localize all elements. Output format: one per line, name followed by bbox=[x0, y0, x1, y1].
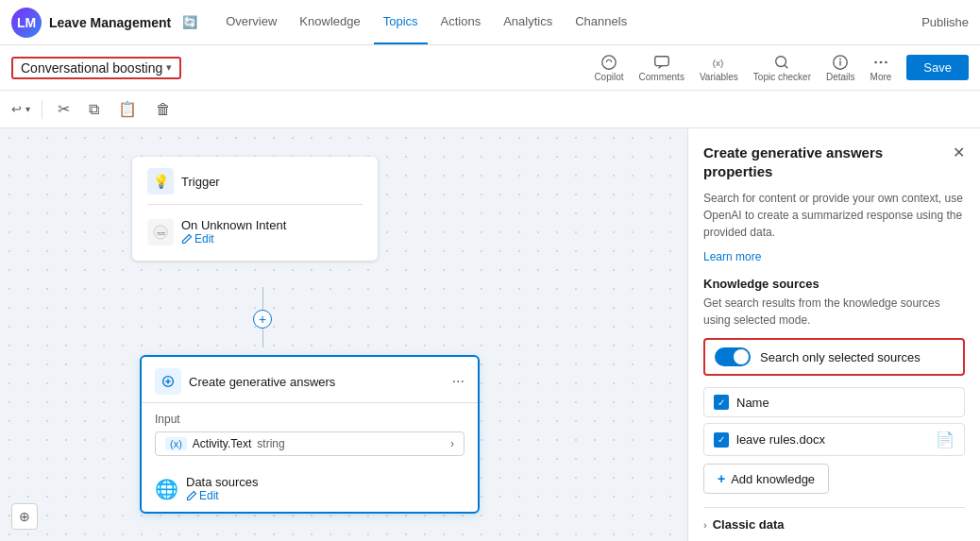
svg-point-7 bbox=[874, 60, 877, 63]
nav-analytics[interactable]: Analytics bbox=[494, 1, 562, 44]
nav-links: Overview Knowledge Topics Actions Analyt… bbox=[216, 1, 636, 44]
unknown-intent-icon: ≈≈ bbox=[147, 219, 174, 245]
panel-description: Search for content or provide your own c… bbox=[703, 190, 965, 241]
trigger-header: 💡 Trigger bbox=[147, 168, 363, 194]
paste-icon[interactable]: 📋 bbox=[114, 98, 141, 120]
learn-more-link[interactable]: Learn more bbox=[703, 250, 965, 263]
nav-overview[interactable]: Overview bbox=[216, 1, 286, 44]
search-only-toggle[interactable] bbox=[715, 347, 751, 366]
main-area: 💡 Trigger ≈≈ On Unknown Intent Edit bbox=[0, 128, 980, 541]
unknown-intent-item: ≈≈ On Unknown Intent Edit bbox=[147, 214, 363, 249]
input-type: string bbox=[257, 437, 284, 450]
classic-data-section: › Classic data Allow the AI to use its o… bbox=[703, 507, 965, 541]
toolbar: Conversational boosting ▾ Copilot Commen… bbox=[0, 45, 980, 91]
svg-point-8 bbox=[880, 60, 883, 63]
zoom-control[interactable]: ⊕ bbox=[11, 503, 38, 530]
svg-point-9 bbox=[885, 60, 887, 63]
panel-title: Create generative answers properties bbox=[703, 144, 953, 180]
globe-icon: 🌐 bbox=[155, 478, 178, 500]
connector-line-bottom bbox=[262, 329, 263, 347]
cut-icon[interactable]: ✂ bbox=[54, 98, 74, 120]
comments-label: Comments bbox=[639, 72, 684, 82]
nav-topics[interactable]: Topics bbox=[374, 1, 428, 44]
comments-button[interactable]: Comments bbox=[639, 54, 684, 82]
toggle-knob bbox=[734, 349, 749, 364]
name-label: Name bbox=[736, 396, 955, 410]
search-only-toggle-row: Search only selected sources bbox=[703, 338, 965, 376]
create-node-title: Create generative answers bbox=[189, 375, 445, 389]
right-panel: Create generative answers properties ✕ S… bbox=[687, 128, 980, 541]
svg-point-6 bbox=[839, 58, 841, 59]
undo-icon[interactable]: ↩ bbox=[11, 102, 22, 116]
undo-redo[interactable]: ↩ ▾ bbox=[11, 102, 30, 116]
knowledge-file-row[interactable]: ✓ leave rules.docx 📄 bbox=[703, 423, 965, 456]
file-label: leave rules.docx bbox=[736, 432, 928, 447]
create-node-icon bbox=[155, 368, 181, 395]
topic-title: Conversational boosting bbox=[21, 60, 162, 76]
topic-title-box[interactable]: Conversational boosting ▾ bbox=[11, 57, 181, 79]
knowledge-sources-desc: Get search results from the knowledge so… bbox=[703, 295, 965, 329]
nav-channels[interactable]: Channels bbox=[566, 1, 636, 44]
svg-point-0 bbox=[602, 55, 616, 68]
input-text: Activity.Text bbox=[193, 437, 251, 450]
classic-data-header[interactable]: › Classic data bbox=[703, 517, 965, 532]
trigger-node: 💡 Trigger ≈≈ On Unknown Intent Edit bbox=[132, 157, 378, 261]
copy-icon[interactable]: ⧉ bbox=[85, 99, 103, 120]
redo-dropdown-icon[interactable]: ▾ bbox=[25, 104, 30, 114]
trigger-edit-link[interactable]: Edit bbox=[181, 232, 286, 245]
classic-chevron-icon: › bbox=[703, 519, 707, 531]
create-node-body: Input (x) Activity.Text string › bbox=[142, 403, 478, 465]
add-node-button[interactable]: + bbox=[253, 310, 272, 329]
edit-toolbar: ↩ ▾ ✂ ⧉ 📋 🗑 bbox=[0, 91, 980, 128]
name-checkbox[interactable]: ✓ bbox=[714, 395, 729, 410]
node-divider bbox=[147, 204, 363, 205]
publish-label[interactable]: Publishe bbox=[921, 15, 969, 29]
add-knowledge-button[interactable]: + Add knowledge bbox=[703, 464, 829, 494]
variables-label: Variables bbox=[700, 72, 738, 82]
topic-checker-label: Topic checker bbox=[753, 72, 811, 82]
create-node-more[interactable]: ··· bbox=[452, 373, 465, 390]
details-label: Details bbox=[826, 72, 855, 82]
connector-line-top bbox=[262, 287, 263, 310]
trigger-icon: 💡 bbox=[147, 168, 174, 194]
toolbar-right: Copilot Comments (x) Variables Topic che… bbox=[594, 54, 969, 82]
create-node-header: Create generative answers ··· bbox=[142, 357, 478, 403]
unknown-intent-label: On Unknown Intent bbox=[181, 218, 286, 232]
svg-rect-1 bbox=[655, 56, 668, 65]
details-button[interactable]: Details bbox=[826, 54, 855, 82]
app-icon: LM bbox=[11, 8, 42, 38]
top-nav: LM Leave Management 🔄 Overview Knowledge… bbox=[0, 0, 980, 45]
canvas[interactable]: 💡 Trigger ≈≈ On Unknown Intent Edit bbox=[0, 128, 687, 541]
classic-data-title: Classic data bbox=[713, 517, 785, 532]
data-sources-edit-link[interactable]: Edit bbox=[186, 489, 259, 502]
delete-icon[interactable]: 🗑 bbox=[152, 99, 175, 120]
panel-close-button[interactable]: ✕ bbox=[953, 144, 965, 161]
knowledge-name-row[interactable]: ✓ Name bbox=[703, 387, 965, 417]
more-button[interactable]: More bbox=[870, 54, 892, 82]
panel-header: Create generative answers properties ✕ bbox=[703, 144, 965, 180]
svg-text:(x): (x) bbox=[713, 57, 724, 67]
topic-checker-button[interactable]: Topic checker bbox=[753, 54, 811, 82]
topic-title-area: Conversational boosting ▾ bbox=[11, 57, 181, 79]
pill-arrow-icon: › bbox=[450, 437, 454, 450]
save-button[interactable]: Save bbox=[906, 55, 969, 80]
create-generative-answers-node: Create generative answers ··· Input (x) … bbox=[140, 355, 480, 514]
svg-text:≈≈: ≈≈ bbox=[157, 228, 165, 237]
copilot-button[interactable]: Copilot bbox=[594, 54, 623, 82]
toolbar-icon-group: Copilot Comments (x) Variables Topic che… bbox=[594, 54, 891, 82]
chevron-down-icon[interactable]: ▾ bbox=[166, 61, 172, 74]
variables-button[interactable]: (x) Variables bbox=[700, 54, 738, 82]
knowledge-sources-title: Knowledge sources bbox=[703, 277, 965, 291]
input-tag: (x) bbox=[165, 437, 187, 450]
nav-knowledge[interactable]: Knowledge bbox=[290, 1, 369, 44]
app-title: Leave Management bbox=[49, 15, 171, 30]
plus-icon: + bbox=[718, 471, 725, 486]
copilot-label: Copilot bbox=[594, 72, 623, 82]
refresh-icon[interactable]: 🔄 bbox=[182, 15, 197, 29]
nav-actions[interactable]: Actions bbox=[431, 1, 491, 44]
input-section-label: Input bbox=[155, 413, 465, 426]
connector: + bbox=[253, 287, 272, 347]
activity-text-pill[interactable]: (x) Activity.Text string › bbox=[155, 431, 465, 456]
file-checkbox[interactable]: ✓ bbox=[714, 432, 729, 448]
data-sources-row: 🌐 Data sources Edit bbox=[142, 465, 478, 512]
